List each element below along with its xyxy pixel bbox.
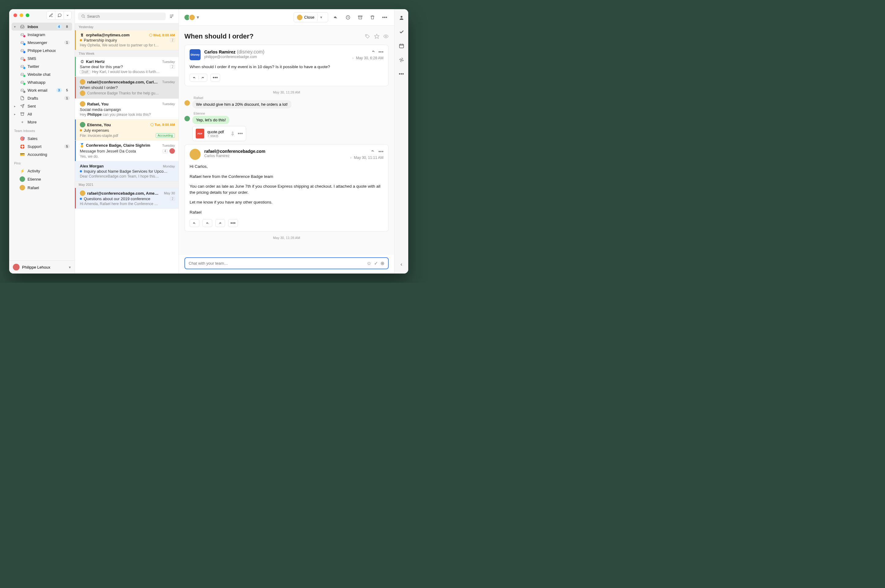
reply-all-icon[interactable]: [370, 149, 376, 154]
calendar-icon[interactable]: [397, 42, 406, 50]
user-switcher[interactable]: Philippe Lehoux ▾: [9, 260, 75, 273]
search-input[interactable]: [87, 14, 163, 19]
nav-more[interactable]: + More: [12, 118, 72, 126]
thread-item-5[interactable]: 🥇Conference Badge, Claire SighrimTuesday…: [75, 141, 179, 161]
attachment-filename: quote.pdf: [207, 130, 224, 134]
chat-avatar: [185, 100, 190, 106]
sidebar-channel-7[interactable]: Work email35: [12, 86, 72, 94]
msg-more-button[interactable]: •••: [228, 219, 238, 227]
reply-all-button[interactable]: [331, 13, 340, 22]
thread-item-4[interactable]: Etienne, YouTue, 8:00 AM July expenses F…: [75, 120, 179, 141]
chevron-down-icon: ▾: [14, 25, 17, 28]
sidebar-channel-1[interactable]: Messenger1: [12, 39, 72, 46]
nav-label: Whatsapp: [27, 80, 70, 85]
reply-icon[interactable]: [371, 49, 376, 55]
thread-item-0[interactable]: 𝕿orphelia@nytimes.comWed, 8:00 AM Partne…: [75, 30, 179, 50]
sidebar-channel-3[interactable]: SMS: [12, 54, 72, 62]
sidebar: ▾ Inbox 4 8 InstagramMessenger1Philippe …: [9, 9, 75, 273]
nav-label: Sent: [27, 104, 70, 108]
trash-button[interactable]: [368, 13, 377, 22]
attachment-more-icon[interactable]: •••: [237, 131, 243, 136]
forward-button[interactable]: [215, 219, 225, 227]
chevron-right-icon: ▸: [14, 105, 17, 108]
sidebar-team-1[interactable]: 🛟Support5: [12, 142, 72, 150]
thread-item-2[interactable]: rafael@conferencebadge.com, Carl…Tuesday…: [75, 77, 179, 99]
sidebar-pin-2[interactable]: Rafael: [12, 183, 72, 192]
nav-drafts[interactable]: Drafts 1: [12, 94, 72, 102]
pin-avatar: [20, 176, 25, 182]
download-icon[interactable]: ⇩: [231, 131, 234, 136]
thread-preview: Dear ConferenceBadge.com Team, I hope th…: [80, 174, 175, 178]
compose-dropdown[interactable]: [64, 11, 71, 19]
emoji-icon[interactable]: ☺: [367, 261, 371, 266]
svg-point-1: [82, 15, 84, 17]
star-icon[interactable]: [374, 34, 380, 39]
nav-all[interactable]: ▸ All: [12, 110, 72, 118]
sidebar-channel-5[interactable]: Website chat: [12, 70, 72, 78]
unread-badge: 3: [56, 88, 62, 92]
search-input-wrapper[interactable]: [78, 12, 166, 20]
rail-more-icon[interactable]: •••: [397, 70, 406, 78]
user-avatar: [13, 264, 20, 270]
thread-stripe: [75, 120, 76, 140]
reply-button[interactable]: [203, 219, 212, 227]
archive-button[interactable]: [356, 13, 365, 22]
add-icon[interactable]: ⊕: [380, 260, 385, 266]
sidebar-pin-0[interactable]: ⚡Activity: [12, 167, 72, 175]
msg-more-button[interactable]: •••: [210, 74, 220, 82]
chevron-down-icon[interactable]: ▾: [317, 14, 325, 21]
chat-input[interactable]: ☺ ✓ ⊕: [185, 257, 389, 269]
channel-icon: [20, 64, 25, 69]
watch-icon[interactable]: [383, 34, 389, 39]
snooze-button[interactable]: [343, 13, 353, 22]
message-date: May 30, 11:11 AM: [354, 156, 383, 160]
more-icon[interactable]: •••: [378, 149, 383, 154]
chat-input-field[interactable]: [189, 261, 364, 266]
source-icon: ᗡ: [80, 60, 84, 64]
reply-forward-group[interactable]: [189, 74, 207, 82]
thread-from: rafael@conferencebadge.com, Ame…: [87, 191, 162, 196]
nav-inbox[interactable]: ▾ Inbox 4 8: [12, 22, 72, 30]
filter-button[interactable]: [168, 12, 176, 20]
more-icon[interactable]: •••: [378, 49, 383, 55]
thread-stripe: [75, 141, 76, 161]
nav-sent[interactable]: ▸ Sent: [12, 102, 72, 110]
thread-item-1[interactable]: ᗡKarl HertzTuesday Same deal for this ye…: [75, 57, 179, 77]
attachment[interactable]: PDF quote.pdf 7.99KB ⇩ •••: [192, 126, 246, 141]
thread-row-avatar: [170, 148, 175, 154]
chevron-down-icon: ▾: [69, 265, 71, 270]
channel-icon: [20, 72, 25, 77]
sidebar-channel-4[interactable]: Twitter: [12, 62, 72, 70]
profile-icon[interactable]: [397, 14, 406, 22]
sidebar-team-0[interactable]: 🎯Sales: [12, 135, 72, 142]
toolbar: ▾ Close ▾ •••: [179, 9, 394, 26]
more-button[interactable]: •••: [380, 13, 389, 22]
tag-icon[interactable]: [365, 34, 370, 39]
sidebar-channel-0[interactable]: Instagram: [12, 30, 72, 39]
compose-button[interactable]: [47, 11, 56, 19]
sidebar-pin-1[interactable]: Etienne: [12, 175, 72, 183]
collapse-rail-icon[interactable]: ‹: [397, 260, 406, 268]
thread-item-3[interactable]: Rafael, YouTuesday Social media campaign…: [75, 99, 179, 120]
sidebar-channel-6[interactable]: Whatsapp: [12, 78, 72, 86]
assignee-avatars[interactable]: [184, 14, 194, 21]
thread-item-7[interactable]: rafael@conferencebadge.com, Ame…May 30 Q…: [75, 188, 179, 209]
sidebar-channel-2[interactable]: Philippe Lehoux: [12, 46, 72, 54]
new-discussion-button[interactable]: [56, 11, 64, 19]
close-button[interactable]: Close ▾: [294, 12, 328, 22]
thread-item-6[interactable]: Alex MorganMonday Inquiry about Name Bad…: [75, 161, 179, 181]
nav-label: More: [27, 120, 70, 124]
nav-label: Messenger: [27, 40, 62, 45]
thread-count: 2: [170, 38, 175, 42]
svg-point-6: [367, 35, 367, 36]
svg-point-11: [401, 59, 402, 61]
count-badge: 1: [64, 96, 70, 100]
chevron-down-icon[interactable]: ▾: [197, 14, 199, 20]
tasks-icon[interactable]: [397, 27, 406, 36]
draft-pill: Draft: [80, 70, 90, 74]
reply-all-button[interactable]: [189, 219, 199, 227]
ai-icon[interactable]: [397, 56, 406, 64]
conversation-pane: ▾ Close ▾ ••• When should I order?: [179, 9, 394, 273]
sidebar-team-2[interactable]: 💳Accounting: [12, 150, 72, 158]
check-icon[interactable]: ✓: [374, 260, 378, 266]
